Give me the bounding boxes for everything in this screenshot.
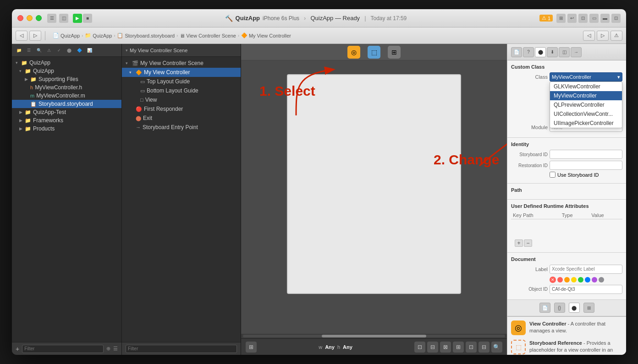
forward-button[interactable]: ▷ bbox=[29, 31, 41, 41]
tree-quizapp-group[interactable]: ▾ 📁 QuizApp bbox=[12, 67, 121, 75]
color-dot-blue[interactable] bbox=[585, 277, 590, 283]
color-dot-gray[interactable] bbox=[599, 277, 604, 283]
panel-right-toggle[interactable]: ⊡ bbox=[578, 14, 588, 23]
bc-quizapp-icon[interactable]: 📄 QuizApp bbox=[53, 33, 80, 38]
scene-top-layout[interactable]: ▭ Top Layout Guide bbox=[122, 77, 241, 86]
canvas-icon-item3[interactable]: ⊞ bbox=[388, 46, 401, 59]
scene-vc[interactable]: ▾ 🔶 My View Controller bbox=[122, 68, 241, 77]
scene-view[interactable]: □ View bbox=[122, 95, 241, 104]
restoration-id-value[interactable] bbox=[550, 161, 622, 170]
color-dot-purple[interactable] bbox=[592, 277, 597, 283]
scene-first-responder[interactable]: 🔴 First Responder bbox=[122, 104, 241, 114]
storyboard-id-value[interactable] bbox=[550, 150, 622, 159]
add-attr-btn[interactable]: + bbox=[515, 239, 523, 247]
tree-supporting-files[interactable]: ▶ 📁 Supporting Files bbox=[12, 75, 121, 83]
tree-products[interactable]: ▶ 📁 Products bbox=[12, 125, 121, 133]
scene-bottom-layout[interactable]: ▭ Bottom Layout Guide bbox=[122, 86, 241, 95]
canvas-zoom-btn[interactable]: ⊞ bbox=[246, 342, 257, 353]
tab-bottom-2[interactable]: {} bbox=[554, 303, 565, 313]
color-dot-red[interactable] bbox=[557, 277, 563, 283]
bc-quizapp-folder[interactable]: 📁 QuizApp bbox=[85, 33, 112, 38]
use-storyboard-row: Use Storyboard ID bbox=[511, 172, 622, 178]
scene-root[interactable]: ▾ 🎬 My View Controller Scene bbox=[122, 59, 241, 68]
tree-frameworks[interactable]: ▶ 📁 Frameworks bbox=[12, 116, 121, 125]
tree-storyboard[interactable]: 📋 Storyboard.storyboard bbox=[12, 100, 121, 108]
minimize-button[interactable] bbox=[27, 15, 33, 21]
inspector-left-toggle[interactable]: ▭ bbox=[589, 14, 599, 23]
bc-my-vc[interactable]: 🔶 My View Controller bbox=[241, 33, 291, 38]
dropdown-item-ql[interactable]: QLPreviewController bbox=[550, 100, 622, 109]
panel-left-toggle[interactable]: ⊞ bbox=[556, 14, 566, 23]
dropdown-item-myvc[interactable]: MyViewController bbox=[550, 91, 622, 100]
use-storyboard-id-checkbox[interactable] bbox=[550, 172, 556, 178]
scrollbar-thumb-h[interactable] bbox=[322, 335, 427, 337]
color-dot-yellow[interactable] bbox=[571, 277, 577, 283]
canvas-icon-item2[interactable]: ⬚ bbox=[368, 46, 380, 59]
tree-quizapp-root[interactable]: ▾ 📁 QuizApp bbox=[12, 59, 121, 67]
color-dot-green[interactable] bbox=[578, 277, 583, 283]
scene-filter-input[interactable] bbox=[126, 345, 237, 353]
tree-quizapp-test[interactable]: ▶ 📁 QuizApp-Test bbox=[12, 108, 121, 116]
warning-toolbar[interactable]: ⚠ bbox=[610, 31, 622, 41]
tab-bottom-3[interactable]: ⬤ bbox=[569, 303, 580, 313]
fn-test[interactable]: ✓ bbox=[55, 47, 63, 54]
scene-entry-point[interactable]: → Storyboard Entry Point bbox=[122, 123, 241, 132]
fn-source[interactable]: ☰ bbox=[25, 47, 33, 54]
tab-bottom-1[interactable]: 📄 bbox=[539, 303, 550, 313]
dropdown-item-uiimage[interactable]: UIImagePickerController bbox=[550, 119, 622, 128]
file-filter-input[interactable] bbox=[22, 345, 104, 353]
scene-exit[interactable]: ⬤ Exit bbox=[122, 114, 241, 123]
navigator-toggle[interactable]: ◫ bbox=[59, 14, 68, 23]
stop-button[interactable]: ■ bbox=[83, 14, 92, 23]
preferences-toggle[interactable]: ⊡ bbox=[611, 14, 621, 23]
tab-identity[interactable]: ⬤ bbox=[535, 47, 546, 57]
back-button[interactable]: ◁ bbox=[16, 31, 28, 41]
filter-options-btn[interactable]: ⊕ bbox=[106, 346, 110, 352]
tab-bottom-4[interactable]: ⊞ bbox=[583, 303, 594, 313]
filter-sort-btn[interactable]: ☰ bbox=[113, 346, 118, 352]
dropdown-item-glk[interactable]: GLKViewController bbox=[550, 82, 622, 91]
remove-attr-btn[interactable]: − bbox=[524, 239, 532, 247]
tree-mvc-m[interactable]: m MyViewController.m bbox=[12, 92, 121, 100]
clear-color-btn[interactable]: ✕ bbox=[550, 277, 556, 283]
canvas-icon-vc[interactable]: ◎ bbox=[347, 46, 360, 59]
tab-quick-help[interactable]: ? bbox=[523, 47, 534, 57]
canvas-layout-btn6[interactable]: ⊟ bbox=[478, 342, 490, 353]
dropdown-item-uicollection[interactable]: UICollectionViewContr... bbox=[550, 109, 622, 119]
canvas-layout-btn1[interactable]: ⊡ bbox=[414, 342, 425, 353]
canvas-layout-btn2[interactable]: ⊟ bbox=[427, 342, 438, 353]
zoom-button[interactable] bbox=[36, 15, 42, 21]
tab-attributes[interactable]: ⬇ bbox=[547, 47, 558, 57]
doc-label-input[interactable] bbox=[550, 265, 622, 274]
canvas-layout-btn5[interactable]: ⊡ bbox=[466, 342, 477, 353]
nav-next[interactable]: ▷ bbox=[597, 31, 609, 41]
warning-badge[interactable]: ⚠ 1 bbox=[539, 15, 553, 22]
run-button[interactable]: ▶ bbox=[73, 14, 82, 23]
tab-connections[interactable]: → bbox=[571, 47, 582, 57]
tab-size[interactable]: ◫ bbox=[559, 47, 570, 57]
canvas-layout-btn4[interactable]: ⊞ bbox=[453, 342, 464, 353]
close-button[interactable] bbox=[17, 15, 23, 21]
fn-report[interactable]: 📊 bbox=[85, 47, 94, 54]
fn-folder[interactable]: 📁 bbox=[15, 47, 23, 54]
panel-center-toggle[interactable]: ↩ bbox=[567, 14, 577, 23]
bc-vc-scene[interactable]: 🖥 View Controller Scene bbox=[180, 33, 236, 38]
canvas-content[interactable]: 1. Select 2. Change bbox=[241, 60, 507, 334]
bc-storyboard[interactable]: 📋 Storyboard.storyboard bbox=[117, 33, 175, 38]
sidebar-toggle[interactable]: ☰ bbox=[47, 14, 56, 23]
canvas-filter-input[interactable]: 🔍 bbox=[491, 342, 502, 353]
nav-prev[interactable]: ◁ bbox=[583, 31, 595, 41]
fn-warning[interactable]: ⚠ bbox=[45, 47, 53, 54]
color-dot-orange[interactable] bbox=[564, 277, 570, 283]
horizontal-scrollbar[interactable] bbox=[241, 334, 507, 338]
fn-breakpoint[interactable]: 🔷 bbox=[75, 47, 83, 54]
fn-search[interactable]: 🔍 bbox=[35, 47, 43, 54]
canvas-layout-btn3[interactable]: ⊠ bbox=[440, 342, 451, 353]
tree-mvc-h[interactable]: h MyViewController.h bbox=[12, 83, 121, 92]
tab-file[interactable]: 📄 bbox=[511, 47, 522, 57]
inspector-right-toggle[interactable]: ▬ bbox=[600, 14, 610, 23]
fn-debug[interactable]: ⬤ bbox=[65, 47, 73, 54]
add-file-btn[interactable]: + bbox=[16, 345, 19, 353]
class-select[interactable]: MyViewController ▾ bbox=[550, 72, 622, 81]
arrow-test: ▶ bbox=[19, 110, 25, 114]
